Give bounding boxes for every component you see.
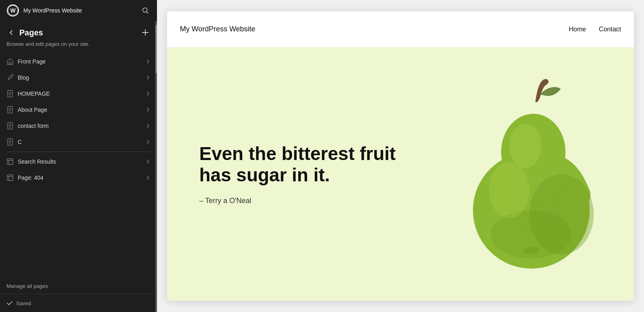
blog-icon (6, 74, 14, 81)
chevron-right-icon (146, 59, 151, 64)
hero-quote-line1: Even the bitterest fruit (199, 143, 396, 164)
hero-image-container (449, 74, 618, 275)
site-nav: My WordPress Website Home Contact (167, 11, 634, 47)
svg-rect-24 (7, 159, 13, 164)
page-item-homepage[interactable]: HOMEPAGE (0, 86, 157, 102)
chevron-right-icon (146, 140, 151, 144)
svg-point-52 (509, 210, 510, 211)
pear-illustration (457, 78, 610, 271)
page-label-search-results: Search Results (18, 158, 142, 165)
sidebar-site-title: My WordPress Website (23, 7, 136, 14)
page-item-404[interactable]: Page: 404 (0, 170, 157, 186)
wordpress-logo: W (6, 4, 19, 17)
page-label-blog: Blog (18, 74, 142, 81)
page-icon (6, 122, 14, 129)
site-nav-logo: My WordPress Website (180, 25, 569, 33)
back-button[interactable] (6, 28, 16, 37)
page-label-404: Page: 404 (18, 174, 142, 181)
pages-list: Front Page Blog HOMEPAGE (0, 53, 157, 278)
page-icon (6, 138, 14, 146)
page-label-homepage: HOMEPAGE (18, 90, 142, 97)
chevron-right-icon (146, 107, 151, 112)
nav-link-home[interactable]: Home (569, 26, 586, 33)
chevron-right-icon (146, 75, 151, 80)
svg-point-54 (523, 247, 539, 254)
svg-point-39 (545, 214, 546, 215)
svg-point-47 (533, 174, 534, 174)
svg-point-38 (537, 202, 538, 203)
svg-point-45 (513, 218, 514, 219)
pages-subtitle: Browse and edit pages on your site. (0, 39, 157, 53)
svg-point-46 (549, 222, 550, 223)
hero-text: Even the bitterest fruit has sugar in it… (199, 143, 400, 205)
svg-point-51 (565, 190, 566, 191)
svg-point-48 (527, 182, 528, 183)
hero-quote-line2: has sugar in it. (199, 164, 330, 185)
section-separator (6, 152, 151, 152)
page-item-front-page[interactable]: Front Page (0, 53, 157, 70)
site-nav-links: Home Contact (569, 26, 621, 33)
chevron-right-icon (146, 91, 151, 96)
svg-point-43 (541, 186, 542, 187)
back-icon (7, 29, 15, 37)
add-icon (141, 28, 150, 37)
svg-line-4 (147, 12, 149, 14)
sidebar-search-button[interactable] (140, 5, 151, 16)
svg-point-36 (517, 198, 518, 199)
page-item-c[interactable]: C (0, 134, 157, 150)
hero-attribution: – Terry a O'Neal (199, 197, 400, 205)
site-preview: My WordPress Website Home Contact Even t… (167, 11, 634, 301)
page-icon (6, 90, 14, 97)
svg-point-44 (557, 206, 558, 207)
svg-point-42 (525, 190, 526, 191)
nav-link-contact[interactable]: Contact (599, 26, 621, 33)
page-label-contact-form: contact form (18, 123, 142, 129)
svg-point-41 (553, 198, 554, 199)
sidebar: W My WordPress Website Pages Browse and … (0, 0, 157, 312)
sidebar-footer: Saved (0, 294, 157, 312)
manage-all-pages-link[interactable]: Manage all pages (0, 278, 157, 294)
svg-point-49 (539, 230, 540, 231)
site-hero: Even the bitterest fruit has sugar in it… (167, 47, 634, 301)
svg-point-40 (529, 220, 530, 221)
svg-point-35 (509, 124, 541, 168)
pages-title: Pages (19, 28, 137, 37)
page-label-c: C (18, 139, 142, 145)
page-item-blog[interactable]: Blog (0, 70, 157, 86)
hero-quote: Even the bitterest fruit has sugar in it… (199, 143, 400, 186)
pages-header: Pages (0, 21, 157, 39)
page-item-contact-form[interactable]: contact form (0, 118, 157, 134)
main-content: My WordPress Website Home Contact Even t… (157, 0, 644, 312)
page-item-search-results[interactable]: Search Results (0, 154, 157, 170)
svg-rect-7 (9, 62, 11, 64)
saved-label: Saved (16, 300, 31, 306)
chevron-right-icon (146, 175, 151, 180)
sidebar-scrollbar[interactable] (155, 21, 157, 312)
svg-text:W: W (10, 7, 16, 14)
home-icon (6, 58, 14, 65)
template-icon (6, 158, 14, 165)
svg-point-37 (523, 206, 524, 207)
sidebar-scrollbar-thumb (155, 25, 157, 73)
chevron-right-icon (146, 159, 151, 164)
page-label-front-page: Front Page (18, 58, 142, 65)
svg-point-3 (143, 8, 147, 12)
search-icon (142, 7, 149, 14)
svg-rect-27 (7, 175, 13, 181)
add-page-button[interactable] (140, 27, 151, 38)
page-item-about-page[interactable]: About Page (0, 102, 157, 118)
page-icon (6, 106, 14, 113)
check-icon (6, 300, 13, 306)
svg-point-50 (521, 230, 522, 231)
template-icon (6, 174, 14, 181)
sidebar-top-bar: W My WordPress Website (0, 0, 157, 21)
page-label-about-page: About Page (18, 107, 142, 113)
chevron-right-icon (146, 123, 151, 128)
svg-point-53 (561, 226, 562, 227)
